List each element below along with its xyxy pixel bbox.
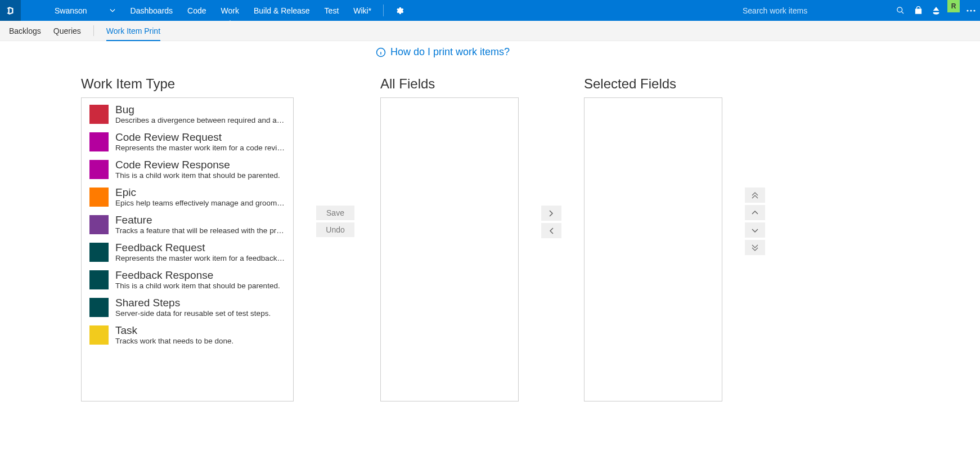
work-item-type-feedback-request[interactable]: Feedback RequestRepresents the master wo…	[82, 238, 293, 266]
move-left-button[interactable]	[541, 223, 561, 238]
all-fields-header: All Fields	[380, 76, 519, 92]
top-nav: Swanson DashboardsCodeWorkBuild & Releas…	[0, 0, 980, 21]
move-top-button[interactable]	[745, 188, 765, 203]
chevron-down-icon	[752, 227, 758, 234]
help-link-text: How do I print work items?	[390, 46, 510, 58]
work-item-type-feature[interactable]: FeatureTracks a feature that will be rel…	[82, 211, 293, 238]
reorder-group	[745, 188, 765, 255]
search-input[interactable]	[743, 6, 885, 15]
work-item-type-name: Feedback Response	[115, 269, 285, 282]
nav-item-test[interactable]: Test	[317, 0, 347, 21]
sub-nav-divider	[93, 25, 94, 36]
color-swatch	[89, 188, 109, 207]
project-name: Swanson	[55, 6, 87, 15]
chevron-up-icon	[752, 209, 758, 216]
move-up-button[interactable]	[745, 205, 765, 220]
color-swatch	[89, 243, 109, 262]
move-bottom-button[interactable]	[745, 240, 765, 255]
work-item-type-desc: Server-side data for reusable set of tes…	[115, 309, 285, 318]
work-item-type-epic[interactable]: EpicEpics help teams effectively manage …	[82, 183, 293, 211]
work-item-type-list[interactable]: BugDescribes a divergence between requir…	[81, 97, 294, 401]
chevron-right-icon	[548, 210, 555, 217]
work-item-type-desc: Represents the master work item for a fe…	[115, 254, 285, 262]
undo-button[interactable]: Undo	[316, 222, 354, 237]
gear-icon	[395, 6, 404, 15]
save-button[interactable]: Save	[316, 206, 354, 220]
work-item-type-name: Feedback Request	[115, 242, 285, 254]
all-fields-column: All Fields	[380, 49, 519, 401]
svg-point-1	[966, 10, 968, 11]
vsts-logo[interactable]	[0, 0, 21, 21]
sub-nav-work-item-print[interactable]: Work Item Print	[106, 21, 160, 41]
work-item-type-desc: Epics help teams effectively manage and …	[115, 199, 285, 207]
selected-fields-header: Selected Fields	[584, 76, 722, 92]
vsts-icon	[6, 6, 16, 16]
double-chevron-up-icon	[752, 192, 758, 199]
marketplace-button[interactable]	[909, 0, 927, 21]
work-item-type-bug[interactable]: BugDescribes a divergence between requir…	[82, 100, 293, 128]
chevron-down-icon	[110, 8, 115, 14]
avatar-initial: R	[951, 2, 956, 10]
color-swatch	[89, 160, 109, 179]
work-item-type-desc: Tracks a feature that will be released w…	[115, 226, 285, 235]
work-item-type-desc: Represents the master work item for a co…	[115, 144, 285, 152]
work-item-type-desc: Tracks work that needs to be done.	[115, 337, 285, 345]
double-chevron-down-icon	[752, 244, 758, 251]
sub-nav: BacklogsQueriesWork Item Print	[0, 21, 980, 41]
work-item-type-name: Task	[115, 324, 285, 337]
sub-nav-backlogs[interactable]: Backlogs	[9, 21, 41, 41]
svg-point-2	[970, 10, 972, 11]
more-button[interactable]	[962, 0, 980, 21]
nav-item-code[interactable]: Code	[180, 0, 213, 21]
nav-item-dashboards[interactable]: Dashboards	[123, 0, 181, 21]
shopping-bag-icon	[914, 6, 923, 15]
person-icon	[932, 6, 941, 15]
move-field-group	[541, 206, 561, 238]
main-content: Work Item Type BugDescribes a divergence…	[0, 41, 980, 401]
nav-item-build-release[interactable]: Build & Release	[246, 0, 317, 21]
svg-point-0	[897, 7, 902, 12]
work-item-type-code-review-request[interactable]: Code Review RequestRepresents the master…	[82, 128, 293, 155]
chevron-left-icon	[548, 227, 555, 234]
work-item-type-task[interactable]: TaskTracks work that needs to be done.	[82, 321, 293, 349]
search-icon	[896, 6, 905, 15]
color-swatch	[89, 298, 109, 317]
search-area[interactable]	[734, 0, 891, 21]
work-item-type-desc: This is a child work item that should be…	[115, 282, 285, 290]
svg-point-3	[973, 10, 975, 11]
work-item-type-feedback-response[interactable]: Feedback ResponseThis is a child work it…	[82, 266, 293, 293]
work-item-type-name: Code Review Response	[115, 159, 285, 171]
all-fields-list[interactable]	[380, 97, 519, 401]
work-item-type-shared-steps[interactable]: Shared StepsServer-side data for reusabl…	[82, 293, 293, 321]
settings-button[interactable]	[388, 0, 411, 21]
selected-fields-column: Selected Fields	[584, 49, 722, 401]
work-item-type-name: Bug	[115, 104, 285, 116]
nav-item-work[interactable]: Work	[214, 0, 246, 21]
work-item-type-code-review-response[interactable]: Code Review ResponseThis is a child work…	[82, 155, 293, 183]
help-link[interactable]: How do I print work items?	[376, 46, 510, 58]
sub-nav-queries[interactable]: Queries	[53, 21, 81, 41]
search-button[interactable]	[891, 0, 909, 21]
move-down-button[interactable]	[745, 222, 765, 238]
nav-item-wiki-[interactable]: Wiki*	[346, 0, 379, 21]
color-swatch	[89, 132, 109, 151]
info-icon	[376, 47, 386, 57]
work-item-type-name: Feature	[115, 214, 285, 226]
work-item-type-column: Work Item Type BugDescribes a divergence…	[81, 49, 294, 401]
notifications-button[interactable]	[927, 0, 945, 21]
move-right-button[interactable]	[541, 206, 561, 221]
work-item-type-desc: This is a child work item that should be…	[115, 171, 285, 180]
work-item-type-header: Work Item Type	[81, 76, 294, 92]
color-swatch	[89, 215, 109, 234]
work-item-type-name: Epic	[115, 186, 285, 199]
project-selector[interactable]: Swanson	[21, 0, 123, 21]
color-swatch	[89, 325, 109, 345]
save-undo-group: Save Undo	[316, 206, 354, 237]
selected-fields-list[interactable]	[584, 97, 722, 401]
work-item-type-name: Code Review Request	[115, 131, 285, 144]
nav-divider	[383, 5, 384, 16]
work-item-type-name: Shared Steps	[115, 297, 285, 309]
ellipsis-icon	[966, 10, 975, 12]
color-swatch	[89, 270, 109, 289]
avatar[interactable]: R	[947, 0, 960, 12]
